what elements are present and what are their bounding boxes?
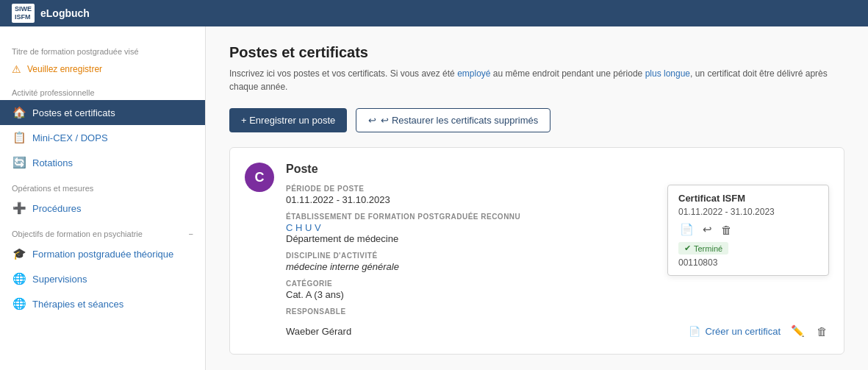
sidebar-item-postes[interactable]: 🏠 Postes et certificats (0, 100, 205, 125)
home-icon: 🏠 (12, 106, 26, 119)
sidebar-warning[interactable]: ⚠ Veuillez enregistrer (0, 59, 205, 79)
sidebar-item-rotations-label: Rotations (32, 157, 73, 168)
sidebar-item-procedures[interactable]: ➕ Procédures (0, 196, 205, 221)
cert-badge-label: Terminé (694, 244, 722, 253)
sidebar-item-supervisions-label: Supervisions (32, 274, 87, 285)
sidebar: Titre de formation postgraduée visé ⚠ Ve… (0, 26, 206, 370)
sidebar-section-operations: Opérations et mesures (0, 175, 205, 196)
categorie-value: Cat. A (3 ans) (286, 289, 829, 300)
cert-restore-button[interactable]: ↩ (701, 221, 714, 238)
sidebar-item-postes-label: Postes et certificats (32, 107, 115, 118)
cert-delete-button[interactable]: 🗑 (720, 222, 734, 238)
plus-icon: ➕ (12, 202, 26, 215)
sidebar-section-objectifs: Objectifs de formation en psychiatrie − (0, 221, 205, 241)
globe2-icon: 🌐 (12, 297, 26, 310)
sidebar-item-mini-cex-label: Mini-CEX / DOPS (32, 132, 108, 143)
document-icon: 📋 (12, 131, 26, 144)
card-footer: Waeber Gérard 📄 Créer un certificat ✏️ 🗑 (286, 323, 829, 339)
sidebar-item-rotations[interactable]: 🔄 Rotations (0, 150, 205, 175)
check-icon: ✔ (684, 243, 691, 253)
sidebar-item-mini-cex[interactable]: 📋 Mini-CEX / DOPS (0, 125, 205, 150)
responsable-value: Waeber Gérard (286, 326, 351, 337)
graduation-icon: 🎓 (12, 247, 26, 260)
globe-icon: 🌐 (12, 272, 26, 285)
cert-number: 00110803 (678, 257, 818, 268)
sidebar-item-formation[interactable]: 🎓 Formation postgraduée théorique (0, 241, 205, 266)
create-cert-label: Créer un certificat (705, 326, 781, 337)
avatar: C (245, 163, 274, 192)
action-bar: + Enregistrer un poste ↩ ↩ Restaurer les… (229, 108, 844, 132)
sidebar-warning-text: Veuillez enregistrer (27, 64, 102, 74)
app-logo: SIWE ISFM eLogbuch (12, 4, 90, 23)
main-content: Postes et certificats Inscrivez ici vos … (206, 26, 868, 370)
rotate-icon: 🔄 (12, 156, 26, 169)
cert-panel-date: 01.11.2022 - 31.10.2023 (678, 207, 818, 217)
field-categorie: CATÉGORIE Cat. A (3 ans) (286, 280, 829, 300)
poste-title: Poste (286, 163, 829, 176)
restore-certs-button[interactable]: ↩ ↩ Restaurer les certificats supprimés (356, 108, 550, 132)
responsable-label: RESPONSABLE (286, 307, 829, 316)
poste-card: C Poste PÉRIODE DE POSTE 01.11.2022 - 31… (229, 147, 844, 355)
sidebar-item-procedures-label: Procédures (32, 203, 81, 214)
restore-label: ↩ Restaurer les certificats supprimés (381, 115, 538, 126)
restore-icon: ↩ (368, 115, 376, 126)
app-name: eLogbuch (40, 7, 90, 19)
cert-doc-button[interactable]: 📄 (678, 221, 695, 238)
cert-panel-title: Certificat ISFM (678, 193, 818, 204)
edit-poste-button[interactable]: ✏️ (789, 323, 806, 339)
create-cert-link[interactable]: 📄 Créer un certificat (689, 326, 781, 337)
topbar: SIWE ISFM eLogbuch (0, 0, 868, 26)
sidebar-section-activite: Activité professionnelle (0, 79, 205, 100)
logo-box: SIWE ISFM (12, 4, 35, 23)
add-poste-button[interactable]: + Enregistrer un poste (229, 108, 347, 132)
cert-status-badge: ✔ Terminé (678, 242, 728, 255)
sidebar-item-therapies[interactable]: 🌐 Thérapies et séances (0, 291, 205, 316)
sidebar-item-therapies-label: Thérapies et séances (32, 299, 123, 310)
sidebar-item-formation-label: Formation postgraduée théorique (32, 249, 173, 260)
field-responsable: RESPONSABLE (286, 307, 829, 316)
cert-doc-icon: 📄 (689, 326, 700, 337)
delete-poste-button[interactable]: 🗑 (815, 324, 829, 339)
sidebar-item-supervisions[interactable]: 🌐 Supervisions (0, 266, 205, 291)
sidebar-section-formation: Titre de formation postgraduée visé (0, 38, 205, 59)
categorie-label: CATÉGORIE (286, 280, 829, 288)
page-title: Postes et certificats (229, 44, 844, 61)
page-subtitle: Inscrivez ici vos postes et vos certific… (229, 67, 844, 93)
warning-icon: ⚠ (12, 63, 21, 75)
cert-panel-actions: 📄 ↩ 🗑 (678, 221, 818, 238)
cert-panel: Certificat ISFM 01.11.2022 - 31.10.2023 … (667, 185, 829, 276)
